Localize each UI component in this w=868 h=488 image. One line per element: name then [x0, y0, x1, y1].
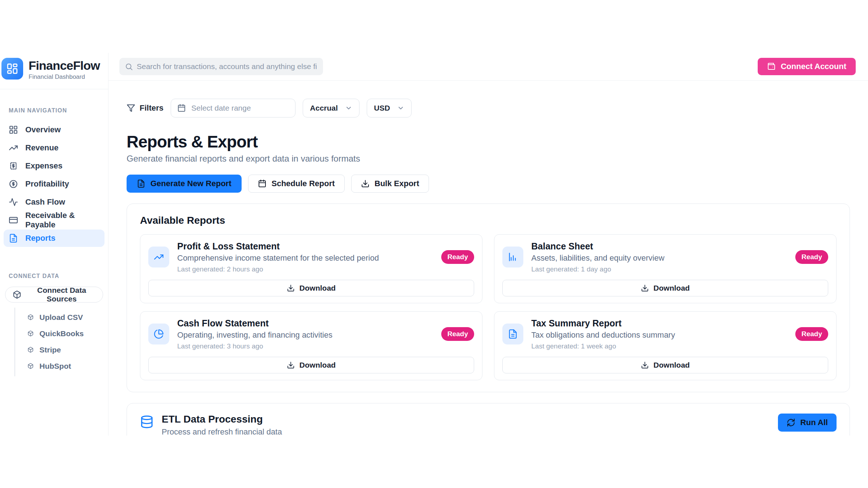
file-text-icon: [502, 324, 523, 344]
generate-new-report-button[interactable]: Generate New Report: [127, 175, 242, 193]
calendar-icon: [177, 104, 186, 112]
bulk-export-label: Bulk Export: [375, 179, 419, 188]
file-text-icon: [9, 234, 18, 243]
status-badge: Ready: [441, 250, 474, 264]
accounting-basis-value: Accrual: [310, 104, 338, 112]
receipt-icon: [9, 161, 18, 171]
chevron-down-icon: [345, 104, 352, 112]
download-label: Download: [299, 361, 336, 369]
sidebar-item-cash-flow[interactable]: Cash Flow: [4, 193, 105, 211]
report-description: Operating, investing, and financing acti…: [177, 330, 433, 340]
run-all-button[interactable]: Run All: [778, 414, 837, 432]
trending-up-icon: [148, 247, 169, 267]
trending-up-icon: [9, 143, 18, 153]
sidebar-item-label: Reports: [25, 234, 55, 243]
download-label: Download: [654, 361, 690, 369]
finance-flow-logo-icon: [1, 58, 23, 80]
search-icon: [125, 63, 133, 71]
filters-label: Filters: [140, 103, 163, 113]
calendar-icon: [258, 179, 267, 188]
source-item-label: Stripe: [39, 346, 61, 354]
topbar: Connect Account: [109, 53, 868, 81]
date-range-placeholder: Select date range: [191, 104, 251, 112]
status-badge: Ready: [795, 327, 828, 341]
wallet-icon: [767, 62, 776, 71]
package-icon: [27, 347, 34, 353]
etl-title: ETL Data Processing: [162, 414, 282, 425]
currency-select[interactable]: USD: [367, 99, 412, 117]
sidebar-item-reports[interactable]: Reports: [4, 230, 105, 247]
page-title: Reports & Export: [127, 133, 850, 151]
data-sources-list: Upload CSV QuickBooks Stripe HubSpot: [14, 308, 105, 376]
etl-subtitle: Process and refresh financial data: [162, 427, 282, 436]
sidebar-item-label: Overview: [25, 125, 61, 134]
download-button[interactable]: Download: [148, 280, 474, 296]
etl-panel: ETL Data Processing Process and refresh …: [127, 403, 850, 436]
download-icon: [287, 284, 295, 292]
file-text-icon: [137, 179, 145, 188]
connect-account-label: Connect Account: [781, 62, 846, 71]
connect-data-header: CONNECT DATA: [9, 273, 105, 279]
sidebar-item-label: Profitability: [25, 179, 69, 189]
download-button[interactable]: Download: [502, 280, 828, 296]
refresh-icon: [787, 418, 795, 427]
source-item-stripe[interactable]: Stripe: [15, 342, 105, 358]
source-item-quickbooks[interactable]: QuickBooks: [15, 325, 105, 342]
report-last-generated: Last generated: 1 day ago: [531, 265, 787, 273]
status-badge: Ready: [441, 327, 474, 341]
sidebar-item-revenue[interactable]: Revenue: [4, 139, 105, 157]
page-subtitle: Generate financial reports and export da…: [127, 154, 850, 164]
brand-block: FinanceFlow Financial Dashboard: [0, 53, 108, 89]
credit-card-icon: [9, 215, 18, 225]
package-icon: [27, 314, 34, 320]
report-title: Tax Summary Report: [531, 318, 787, 329]
sidebar-item-receivable-payable[interactable]: Receivable & Payable: [4, 211, 105, 229]
download-label: Download: [654, 284, 690, 292]
sidebar-item-label: Cash Flow: [25, 197, 65, 207]
sidebar-item-overview[interactable]: Overview: [4, 121, 105, 138]
main-content: Filters Select date range Accrual USD Re…: [109, 81, 868, 436]
reports-grid: Profit & Loss Statement Comprehensive in…: [140, 234, 837, 380]
download-label: Download: [299, 284, 336, 292]
app-window: FinanceFlow Financial Dashboard MAIN NAV…: [0, 53, 868, 436]
connect-account-button[interactable]: Connect Account: [758, 58, 856, 75]
package-icon: [27, 330, 34, 337]
source-item-hubspot[interactable]: HubSpot: [15, 358, 105, 374]
brand-tagline: Financial Dashboard: [29, 73, 100, 81]
database-icon: [140, 415, 154, 429]
bar-chart-icon: [502, 247, 523, 267]
download-button[interactable]: Download: [148, 357, 474, 373]
report-description: Comprehensive income statement for the s…: [177, 253, 433, 263]
status-badge: Ready: [795, 250, 828, 264]
generate-new-report-label: Generate New Report: [150, 179, 231, 188]
sidebar-item-profitability[interactable]: Profitability: [4, 175, 105, 193]
sidebar-item-expenses[interactable]: Expenses: [4, 157, 105, 175]
report-card-profit-loss: Profit & Loss Statement Comprehensive in…: [140, 234, 482, 303]
download-button[interactable]: Download: [502, 357, 828, 373]
available-reports-title: Available Reports: [140, 215, 837, 226]
pie-chart-icon: [148, 324, 169, 344]
filters-toggle[interactable]: Filters: [127, 103, 163, 113]
main-navigation-header: MAIN NAVIGATION: [9, 107, 105, 114]
report-last-generated: Last generated: 1 week ago: [531, 342, 787, 350]
accounting-basis-select[interactable]: Accrual: [303, 99, 359, 117]
source-item-upload-csv[interactable]: Upload CSV: [15, 309, 105, 325]
report-description: Assets, liabilities, and equity overview: [531, 253, 787, 263]
report-card-tax-summary: Tax Summary Report Tax obligations and d…: [494, 311, 837, 380]
sidebar-item-label: Expenses: [25, 161, 63, 171]
download-icon: [641, 284, 649, 292]
sidebar-item-label: Receivable & Payable: [25, 211, 99, 230]
connect-data-sources-button[interactable]: Connect Data Sources: [5, 287, 103, 303]
schedule-report-label: Schedule Report: [272, 179, 335, 188]
schedule-report-button[interactable]: Schedule Report: [248, 175, 345, 193]
download-icon: [361, 179, 370, 188]
bulk-export-button[interactable]: Bulk Export: [351, 175, 429, 193]
date-range-input[interactable]: Select date range: [171, 99, 295, 117]
report-description: Tax obligations and deductions summary: [531, 330, 787, 340]
report-card-balance-sheet: Balance Sheet Assets, liabilities, and e…: [494, 234, 837, 303]
available-reports-panel: Available Reports Profit & Loss Statemen…: [127, 204, 850, 392]
report-title: Balance Sheet: [531, 241, 787, 252]
search-input[interactable]: [119, 58, 323, 75]
download-icon: [287, 361, 295, 369]
source-item-label: QuickBooks: [39, 329, 84, 338]
